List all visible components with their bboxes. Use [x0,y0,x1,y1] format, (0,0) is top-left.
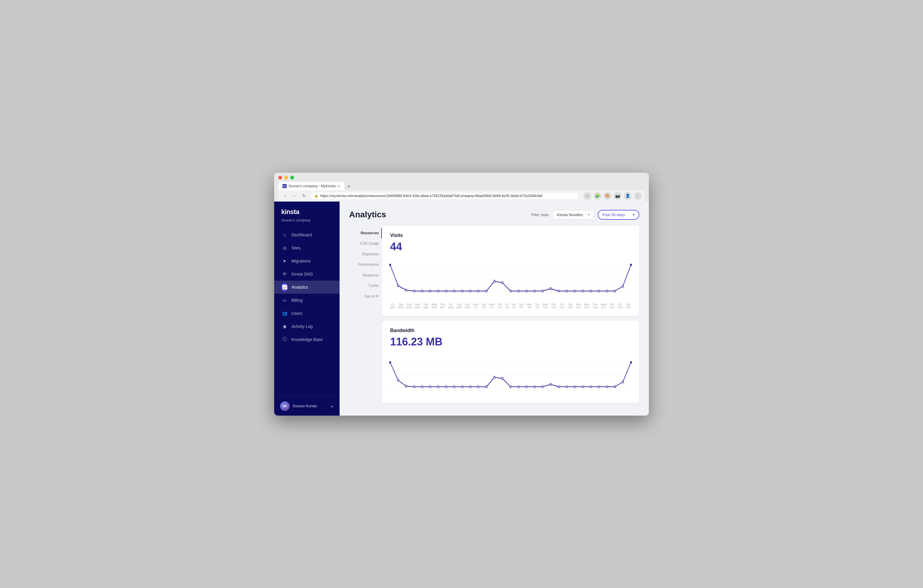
chevron-down-icon: ▾ [588,213,590,217]
svg-point-39 [405,385,407,387]
svg-point-47 [470,386,471,388]
sidebar-nav: ⌂ Dashboard ◎ Sites ➤ Migrations ⟳ Kinst… [274,228,340,396]
maximize-button[interactable] [290,176,294,179]
svg-point-26 [574,290,576,292]
svg-point-65 [614,386,616,388]
filter-site-value: Kinsta Noodles [557,213,583,217]
sidebar-item-kinsta-dns[interactable]: ⟳ Kinsta DNS [274,268,340,281]
migrations-icon: ➤ [281,258,288,264]
svg-point-63 [598,386,600,388]
star-button[interactable]: ☆ [583,192,591,200]
svg-point-56 [542,386,544,388]
svg-point-10 [445,290,447,292]
tab-dispersion[interactable]: Dispersion [349,249,382,260]
svg-point-24 [558,290,560,292]
menu-button[interactable]: ⋮ [634,192,642,200]
logo-text: kinsta [281,208,332,216]
tab-geo-ip[interactable]: Geo & IP [349,291,382,302]
sidebar-item-billing[interactable]: ▭ Billing [274,294,340,307]
svg-point-19 [518,290,519,292]
tab-cdn-usage[interactable]: CDN Usage [349,238,382,249]
date-label: Thu6/27 [440,303,445,309]
chevron-up-icon: ▲ [330,404,333,408]
tab-bar: K Sourav's company - MyKinsta ✕ + [278,182,645,190]
close-button[interactable] [278,176,282,179]
sidebar-item-analytics[interactable]: 📈 Analytics [274,281,340,294]
sidebar-item-label: Billing [291,298,302,302]
browser-window: K Sourav's company - MyKinsta ✕ + ‹ › ↻ … [274,173,649,416]
sidebar-company: Sourav's company [274,217,340,228]
sidebar-item-label: Analytics [291,285,308,289]
page-title: Analytics [349,210,386,219]
content-area: Resources CDN Usage Dispersion Performan… [340,226,649,416]
sidebar-item-label: Activity Log [291,324,313,329]
visits-chart-value: 44 [390,240,631,253]
date-label: Sat6/29 [457,303,462,309]
svg-point-6 [413,290,415,292]
extension-button-2[interactable]: 🎨 [604,192,611,200]
date-label: Fri7/5 [505,303,509,309]
svg-point-64 [606,386,608,388]
visits-chart-area [390,259,631,301]
filter-site-dropdown[interactable]: Kinsta Noodles ▾ [552,210,594,219]
svg-point-20 [526,290,527,292]
date-label: Fri7/19 [618,303,622,309]
tab-performance[interactable]: Performance [349,260,382,270]
url-text: https://my.kinsta.com/analytics/resource… [320,194,542,198]
browser-chrome: K Sourav's company - MyKinsta ✕ + ‹ › ↻ … [274,173,649,202]
sidebar-user[interactable]: SK Sourav Kundu ▲ [274,396,340,416]
svg-point-9 [437,290,439,292]
svg-point-41 [421,386,423,388]
visits-chart-dates: Fri6/21 Sat6/22 Sun6/23 Mon6/24 Tue6/25 … [390,303,631,309]
date-label: Fri7/12 [559,303,565,309]
date-label: Tue6/25 [423,303,429,309]
tab-close-button[interactable]: ✕ [337,184,340,188]
minimize-button[interactable] [284,176,288,179]
sidebar-item-knowledge-base[interactable]: ⓘ Knowledge Base [274,333,340,346]
forward-button[interactable]: › [291,192,298,199]
sidebar-item-dashboard[interactable]: ⌂ Dashboard [274,228,340,241]
back-button[interactable]: ‹ [281,192,288,199]
sidebar-item-sites[interactable]: ◎ Sites [274,241,340,255]
svg-point-46 [462,386,463,388]
traffic-lights [278,176,645,179]
svg-point-5 [405,289,407,291]
address-bar[interactable]: 🔒 https://my.kinsta.com/analytics/resour… [310,192,579,200]
bandwidth-chart-area [390,354,631,396]
extension-button-3[interactable]: 📷 [614,192,621,200]
svg-point-61 [582,386,584,388]
new-tab-button[interactable]: + [345,182,353,190]
svg-point-11 [453,290,455,292]
extension-button-1[interactable]: 🧩 [593,192,601,200]
sidebar-logo: kinsta [274,202,340,217]
svg-point-27 [582,290,584,292]
tab-response[interactable]: Response [349,270,382,281]
profile-button[interactable]: 👤 [624,192,632,200]
tab-title: Sourav's company - MyKinsta [288,184,335,188]
svg-point-59 [566,386,568,388]
svg-point-3 [389,264,391,266]
svg-point-25 [566,290,568,292]
sidebar-item-users[interactable]: 👥 Users [274,307,340,320]
tab-cache[interactable]: Cache [349,281,382,291]
svg-point-55 [534,386,535,388]
activity-log-icon: ◉ [281,323,288,330]
sidebar-item-activity-log[interactable]: ◉ Activity Log [274,320,340,333]
svg-point-38 [397,379,399,381]
charts-container: Visits 44 [382,226,639,406]
date-label: Sun6/30 [465,303,470,309]
filter-period-dropdown[interactable]: Past 30 days ▾ [598,210,639,220]
lock-icon: 🔒 [314,194,319,198]
users-icon: 👥 [281,310,288,317]
svg-point-57 [550,383,552,385]
active-tab[interactable]: K Sourav's company - MyKinsta ✕ [278,182,344,190]
date-label: Thu7/18 [609,303,614,309]
svg-point-13 [470,290,471,292]
date-label: Fri6/28 [448,303,453,309]
date-label: Sat7/6 [512,303,516,309]
sidebar-item-migrations[interactable]: ➤ Migrations [274,255,340,268]
refresh-button[interactable]: ↻ [301,192,307,199]
tab-resources[interactable]: Resources [349,228,382,239]
svg-point-37 [389,361,391,363]
svg-point-60 [574,386,576,388]
